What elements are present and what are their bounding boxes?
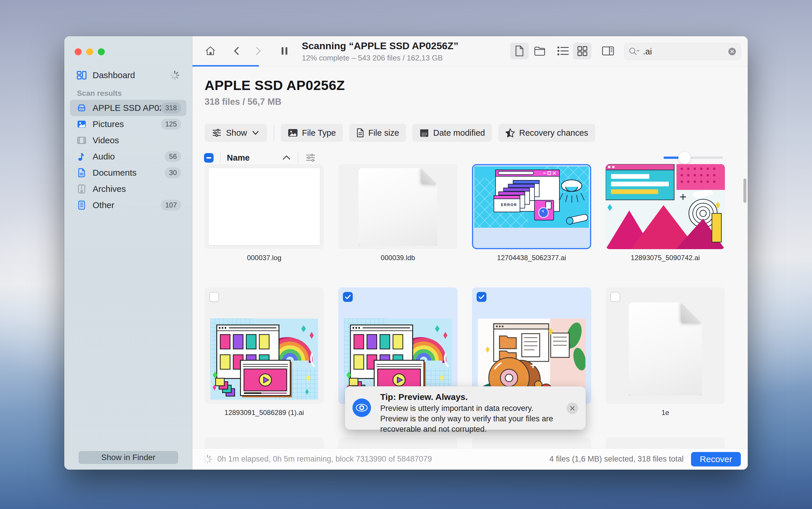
file-grid-row-1: 000037.log 000039.ldb xyxy=(205,164,725,263)
scan-progress-text: 12% complete – 543 206 files / 162,13 GB xyxy=(302,54,459,63)
selection-summary: 4 files (1,6 MB) selected, 318 files tot… xyxy=(549,454,684,464)
zoom-slider-thumb[interactable] xyxy=(678,151,691,164)
file-card[interactable] xyxy=(205,164,324,249)
sidebar-item-drive[interactable]: APPLE SSD AP02... 318 xyxy=(70,100,187,116)
sidebar-item-videos[interactable]: Videos xyxy=(70,132,187,148)
sort-by-name-label[interactable]: Name xyxy=(227,153,250,163)
sidebar-item-pictures[interactable]: Pictures 125 xyxy=(70,116,187,132)
list-toolbar-divider xyxy=(298,152,298,164)
grid-view-icon xyxy=(576,45,588,57)
file-cell xyxy=(205,438,324,449)
search-field[interactable] xyxy=(624,43,741,60)
drive-icon xyxy=(76,103,87,113)
close-window-button[interactable] xyxy=(75,48,81,55)
traffic-lights xyxy=(75,48,105,55)
tip-popup: Tip: Preview. Always. Preview is utterly… xyxy=(345,386,586,430)
chevron-down-icon xyxy=(251,130,260,136)
pause-scan-button[interactable] xyxy=(275,42,294,59)
scan-status-text: 0h 1m elapsed, 0h 5m remaining, block 73… xyxy=(217,454,432,464)
file-size-filter-label: File size xyxy=(368,128,399,138)
vertical-scrollbar-thumb[interactable] xyxy=(743,178,746,203)
file-card[interactable] xyxy=(606,438,725,449)
filter-row: Show File Type xyxy=(205,124,602,142)
clear-search-icon[interactable] xyxy=(728,47,737,56)
dashboard-label: Dashboard xyxy=(93,70,170,80)
file-card[interactable] xyxy=(205,287,324,404)
document-page-thumbnail xyxy=(629,302,702,396)
recovery-chances-filter-button[interactable]: Recovery chances xyxy=(498,124,595,142)
file-size-filter-button[interactable]: File size xyxy=(349,124,406,142)
show-filter-button[interactable]: Show xyxy=(205,124,267,142)
illustration-error-label: ERROR xyxy=(501,203,517,207)
desktop-wallpaper: Dashboard Scan results xyxy=(0,0,812,509)
illustration-thumbnail xyxy=(606,164,725,249)
sidebar-item-documents[interactable]: Documents 30 xyxy=(70,165,187,181)
minimize-window-button[interactable] xyxy=(86,48,93,55)
tip-close-button[interactable] xyxy=(567,403,578,414)
date-modified-filter-button[interactable]: Date modified xyxy=(412,124,492,142)
sort-ascending-icon[interactable] xyxy=(281,155,292,161)
file-card[interactable] xyxy=(606,287,725,404)
file-name: 12893091_5086289 (1).ai xyxy=(225,409,304,417)
file-checkbox-unchecked[interactable] xyxy=(610,292,620,302)
file-card[interactable] xyxy=(606,164,725,249)
sidebar-item-label: Audio xyxy=(93,151,165,162)
document-view-icon xyxy=(514,44,525,57)
scan-status: 0h 1m elapsed, 0h 5m remaining, block 73… xyxy=(202,454,549,465)
content-header: APPLE SSD AP0256Z 318 files / 56,7 MB xyxy=(205,77,345,107)
forward-button[interactable] xyxy=(248,42,267,59)
folder-view-icon xyxy=(533,45,546,57)
main-area: Scanning “APPLE SSD AP0256Z” 12% complet… xyxy=(193,36,748,470)
list-view-button[interactable] xyxy=(554,42,572,59)
file-name: 12704438_5062377.ai xyxy=(497,254,566,263)
file-name: 1e xyxy=(662,409,669,417)
thumbnail-zoom-slider[interactable] xyxy=(664,157,723,159)
sidebar-item-dashboard[interactable]: Dashboard xyxy=(70,67,187,83)
search-input[interactable] xyxy=(643,47,728,57)
file-cell: 12893091_5086289 (1).ai xyxy=(205,287,324,417)
sidebar-item-label: Other xyxy=(93,200,161,210)
home-icon xyxy=(204,45,216,57)
check-icon xyxy=(478,294,485,300)
file-type-filter-button[interactable]: File Type xyxy=(281,124,343,142)
grid-view-button[interactable] xyxy=(573,42,591,59)
illustration-thumbnail: ERROR xyxy=(474,166,589,228)
show-in-finder-button[interactable]: Show in Finder xyxy=(79,451,178,464)
sidebar-item-label: Archives xyxy=(93,184,181,194)
sidebar-item-archives[interactable]: Archives xyxy=(70,181,187,197)
file-checkbox-checked[interactable] xyxy=(477,292,486,302)
file-card[interactable] xyxy=(338,164,458,249)
videos-icon xyxy=(76,135,87,145)
file-count-badge: 125 xyxy=(161,118,181,130)
file-count-badge: 56 xyxy=(165,151,181,162)
sidebar-item-audio[interactable]: Audio 56 xyxy=(70,148,187,165)
list-toolbar-divider xyxy=(220,152,221,164)
file-type-filter-label: File Type xyxy=(302,128,336,138)
tip-body: Preview is utterly important in data rec… xyxy=(380,403,557,435)
preview-panel-button[interactable] xyxy=(599,42,617,59)
file-checkbox-checked[interactable] xyxy=(343,292,353,302)
sidebar-item-label: APPLE SSD AP02... xyxy=(93,103,161,113)
drive-title: APPLE SSD AP0256Z xyxy=(205,77,345,93)
back-button[interactable] xyxy=(228,42,246,59)
zoom-window-button[interactable] xyxy=(98,48,105,55)
file-checkbox-unchecked[interactable] xyxy=(209,292,219,302)
document-view-button[interactable] xyxy=(510,42,529,59)
other-icon xyxy=(76,200,87,210)
home-button[interactable] xyxy=(201,42,219,59)
column-settings-icon[interactable] xyxy=(305,152,316,163)
file-name: 12893075_5090742.ai xyxy=(631,254,700,263)
recover-button-label: Recover xyxy=(700,454,732,464)
sidebar-item-other[interactable]: Other 107 xyxy=(70,197,187,213)
pictures-icon xyxy=(76,119,87,129)
recover-button[interactable]: Recover xyxy=(691,452,741,467)
file-card[interactable] xyxy=(338,438,458,449)
file-name: 000039.ldb xyxy=(381,254,415,263)
file-card[interactable] xyxy=(472,438,591,449)
select-all-checkbox[interactable] xyxy=(204,153,213,163)
folder-view-button[interactable] xyxy=(531,42,549,59)
document-page-thumbnail xyxy=(359,168,437,246)
file-cell xyxy=(606,438,725,449)
file-card-selected[interactable]: ERROR xyxy=(472,164,591,249)
file-card[interactable] xyxy=(205,438,324,449)
